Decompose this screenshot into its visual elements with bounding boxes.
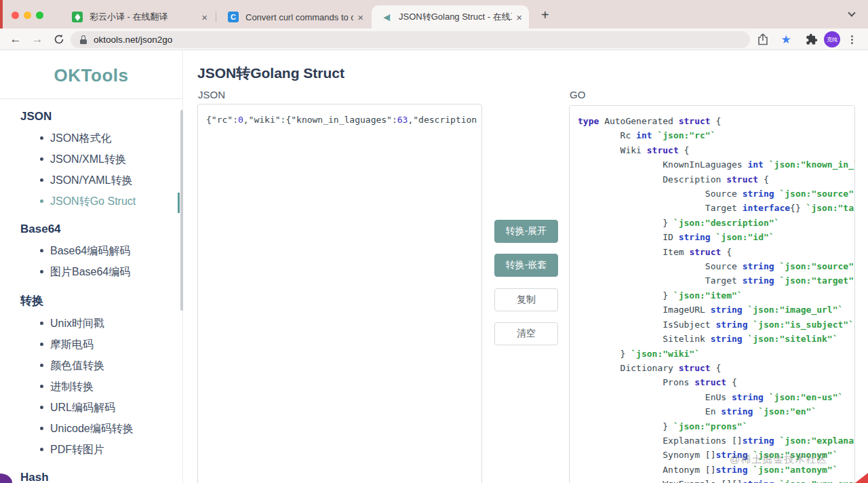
minimize-window-button[interactable]: [24, 12, 31, 19]
code-line: Sitelink string `json:"sitelink"`: [578, 332, 846, 346]
code-line: Item struct {: [578, 245, 846, 259]
sidebar-active-indicator: [178, 193, 180, 213]
sidebar-section-heading: JSON: [20, 110, 182, 123]
sidebar-item[interactable]: 进制转换: [20, 376, 182, 397]
lock-icon[interactable]: [80, 35, 87, 44]
code-line: Source string `json:"source"`: [578, 259, 846, 273]
code-line: KnownInLaguages int `json:"known_in_lagu…: [578, 157, 846, 172]
code-line: } `json:"prons"`: [578, 419, 846, 433]
sidebar-item[interactable]: 图片Base64编码: [20, 261, 182, 282]
sidebar-item[interactable]: PDF转图片: [20, 439, 182, 460]
sidebar-item[interactable]: 颜色值转换: [20, 355, 182, 376]
code-line: ImageURL string `json:"image_url"`: [578, 303, 846, 317]
sidebar-section-heading: 转换: [20, 293, 182, 309]
corner-decoration-red: [855, 473, 868, 483]
new-tab-button[interactable]: +: [541, 7, 549, 23]
tab-separator: [216, 12, 216, 22]
oktools-logo[interactable]: OKTools: [0, 50, 182, 86]
close-tab-icon[interactable]: ×: [357, 12, 363, 22]
code-line: } `json:"wiki"`: [578, 347, 846, 361]
code-line: Explanations []string `json:"explanation…: [578, 433, 846, 448]
sidebar-item[interactable]: 摩斯电码: [20, 334, 182, 355]
sidebar-item[interactable]: JSON/XML转换: [20, 149, 182, 170]
page-title: JSON转Golang Struct: [197, 64, 344, 83]
close-tab-icon[interactable]: ×: [201, 12, 208, 22]
json-input-area[interactable]: {"rc":0,"wiki":{"known_in_laguages":63,"…: [197, 104, 482, 483]
curl-favicon-icon: C: [228, 12, 239, 22]
sidebar-item[interactable]: JSON格式化: [20, 128, 182, 149]
copy-button[interactable]: 复制: [494, 288, 558, 311]
puzzle-icon: [806, 33, 818, 45]
bookmark-star-icon[interactable]: ★: [778, 31, 794, 47]
screen-edge-strip: [0, 0, 3, 28]
go-panel-label: GO: [570, 89, 585, 100]
sidebar-section-heading: Base64: [20, 223, 182, 236]
profile-avatar[interactable]: 克纯: [824, 31, 840, 47]
browser-window: 彩云小译 - 在线翻译 × C Convert curl commands to…: [0, 0, 868, 483]
sidebar-item[interactable]: Unicode编码转换: [20, 418, 182, 439]
convert-nested-button[interactable]: 转换-嵌套: [494, 254, 558, 277]
convert-expand-button[interactable]: 转换-展开: [494, 220, 558, 243]
close-window-button[interactable]: [12, 12, 19, 19]
code-line: Rc int `json:"rc"`: [578, 128, 846, 142]
tab-title: JSON转Golang Struct - 在线工: [399, 11, 512, 23]
code-line: } `json:"item"`: [578, 288, 846, 303]
tab-curlconverter[interactable]: C Convert curl commands to cod ×: [218, 5, 370, 28]
code-line: Wiki struct {: [578, 143, 846, 157]
sidebar-item[interactable]: URL编码解码: [20, 397, 182, 418]
url-text[interactable]: oktools.net/json2go: [94, 35, 172, 45]
code-line: ID string `json:"id"`: [578, 230, 846, 244]
forward-button[interactable]: →: [28, 31, 46, 48]
address-bar[interactable]: oktools.net/json2go: [71, 31, 750, 48]
code-line: } `json:"description"`: [578, 216, 846, 230]
sidebar-section-heading: Hash: [20, 471, 182, 483]
sidebar-item[interactable]: Unix时间戳: [20, 313, 182, 334]
reload-icon: [54, 34, 64, 45]
json-panel-label: JSON: [198, 89, 225, 100]
share-button[interactable]: [755, 31, 771, 47]
sidebar-item[interactable]: JSON转Go Struct: [20, 191, 182, 212]
code-line: Dictionary struct {: [578, 361, 846, 375]
sidebar-item[interactable]: JSON/YAML转换: [20, 170, 182, 191]
code-line: Target interface{} `json:"target"`: [578, 201, 846, 215]
code-line: {"rc":0,"wiki":{"known_in_laguages":63,"…: [206, 113, 473, 127]
back-button[interactable]: ←: [7, 31, 24, 48]
go-output-area[interactable]: type AutoGenerated struct { Rc int `json…: [569, 105, 855, 483]
tab-title: 彩云小译 - 在线翻译: [90, 11, 197, 23]
share-icon: [757, 33, 768, 45]
code-line: EnUs string `json:"en-us"`: [578, 390, 846, 404]
browser-toolbar: ← → oktools.net/json2go ★ 克纯: [0, 28, 868, 50]
code-line: Prons struct {: [578, 375, 846, 389]
code-line: Description struct {: [578, 172, 846, 187]
code-line: WqxExample [][]string `json:"wqx_example…: [578, 477, 846, 483]
code-line: Source string `json:"source"`: [578, 187, 846, 201]
sidebar-nav: JSONJSON格式化JSON/XML转换JSON/YAML转换JSON转Go …: [0, 99, 182, 483]
code-line: Antonym []string `json:"antonym"`: [578, 463, 846, 477]
macos-traffic-lights: [12, 12, 43, 19]
page-content: OKTools JSONJSON格式化JSON/XML转换JSON/YAML转换…: [0, 50, 868, 483]
code-line: Target string `json:"target"`: [578, 273, 846, 288]
code-line: En string `json:"en"`: [578, 404, 846, 419]
maximize-window-button[interactable]: [36, 12, 43, 19]
extensions-puzzle-icon[interactable]: [804, 31, 820, 47]
code-line: Synonym []string `json:"synonym"`: [578, 448, 846, 462]
tab-json2go-active[interactable]: ◀| JSON转Golang Struct - 在线工 ×: [372, 5, 529, 28]
tab-caiyun[interactable]: 彩云小译 - 在线翻译 ×: [62, 5, 214, 28]
tab-strip: 彩云小译 - 在线翻译 × C Convert curl commands to…: [0, 0, 868, 28]
browser-menu-kebab-icon[interactable]: [851, 34, 853, 45]
code-line: type AutoGenerated struct {: [578, 114, 846, 128]
tab-title: Convert curl commands to cod: [245, 12, 353, 22]
tab-search-chevron-icon[interactable]: [849, 10, 854, 16]
close-tab-icon[interactable]: ×: [516, 12, 522, 22]
reload-button[interactable]: [50, 31, 68, 48]
clear-button[interactable]: 清空: [494, 322, 558, 345]
sidebar-scrollbar[interactable]: [180, 110, 183, 311]
sidebar-item[interactable]: Base64编码解码: [20, 240, 182, 261]
oktools-favicon-icon: ◀|: [381, 12, 392, 22]
sidebar: OKTools JSONJSON格式化JSON/XML转换JSON/YAML转换…: [0, 50, 183, 483]
code-line: IsSubject string `json:"is_subject"`: [578, 317, 846, 332]
caiyun-favicon-icon: [72, 12, 83, 22]
